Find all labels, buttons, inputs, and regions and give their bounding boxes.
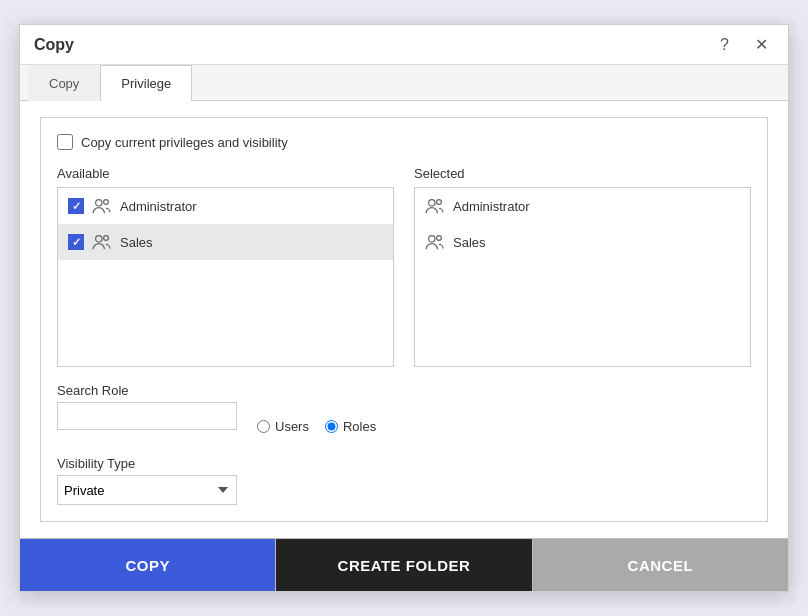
selected-item-name: Administrator [453,199,530,214]
title-bar: Copy ? ✕ [20,25,788,65]
list-item[interactable]: Sales [415,224,750,260]
privilege-content: Copy current privileges and visibility A… [40,117,768,522]
title-bar-actions: ? ✕ [714,33,774,56]
copy-privileges-row: Copy current privileges and visibility [57,134,751,150]
svg-point-7 [437,236,442,241]
radio-roles-label: Roles [343,419,376,434]
group-icon [425,196,445,216]
visibility-row: Visibility Type Private Public Shared [57,456,751,505]
search-role-row: Search Role [57,383,237,430]
list-item[interactable]: Administrator [415,188,750,224]
visibility-dropdown[interactable]: Private Public Shared [57,475,237,505]
selected-label: Selected [414,166,751,181]
create-folder-button[interactable]: CREATE FOLDER [275,539,531,591]
group-icon [92,196,112,216]
svg-point-6 [429,236,435,242]
help-button[interactable]: ? [714,34,735,56]
available-item-name: Sales [120,235,153,250]
selected-column: Selected Administrator [414,166,751,367]
selected-list: Administrator Sales [414,187,751,367]
group-icon [425,232,445,252]
search-role-label: Search Role [57,383,237,398]
available-item-name: Administrator [120,199,197,214]
available-label: Available [57,166,394,181]
list-item[interactable]: Sales [58,224,393,260]
cancel-button[interactable]: CANCEL [532,539,788,591]
radio-users-input[interactable] [257,420,270,433]
checked-icon [68,198,84,214]
available-column: Available [57,166,394,367]
svg-point-1 [104,200,109,205]
tab-privilege[interactable]: Privilege [100,65,192,101]
dialog-footer: COPY CREATE FOLDER CANCEL [20,538,788,591]
dialog-title: Copy [34,36,74,54]
role-columns: Available [57,166,751,367]
svg-point-0 [96,200,102,206]
selected-item-name: Sales [453,235,486,250]
list-item[interactable]: Administrator [58,188,393,224]
svg-point-3 [104,236,109,241]
radio-group: Users Roles [257,419,376,434]
svg-point-5 [437,200,442,205]
visibility-label: Visibility Type [57,456,751,471]
radio-roles-input[interactable] [325,420,338,433]
radio-users[interactable]: Users [257,419,309,434]
checked-icon [68,234,84,250]
group-icon [92,232,112,252]
copy-dialog: Copy ? ✕ Copy Privilege Copy current pri… [19,24,789,592]
svg-point-4 [429,200,435,206]
dialog-content: Copy current privileges and visibility A… [20,101,788,538]
copy-privileges-label[interactable]: Copy current privileges and visibility [81,135,288,150]
radio-users-label: Users [275,419,309,434]
tab-bar: Copy Privilege [20,65,788,101]
close-button[interactable]: ✕ [749,33,774,56]
available-list: Administrator [57,187,394,367]
copy-button[interactable]: COPY [20,539,275,591]
copy-privileges-checkbox[interactable] [57,134,73,150]
svg-point-2 [96,236,102,242]
tab-copy[interactable]: Copy [28,65,100,101]
radio-roles[interactable]: Roles [325,419,376,434]
search-role-input[interactable] [57,402,237,430]
